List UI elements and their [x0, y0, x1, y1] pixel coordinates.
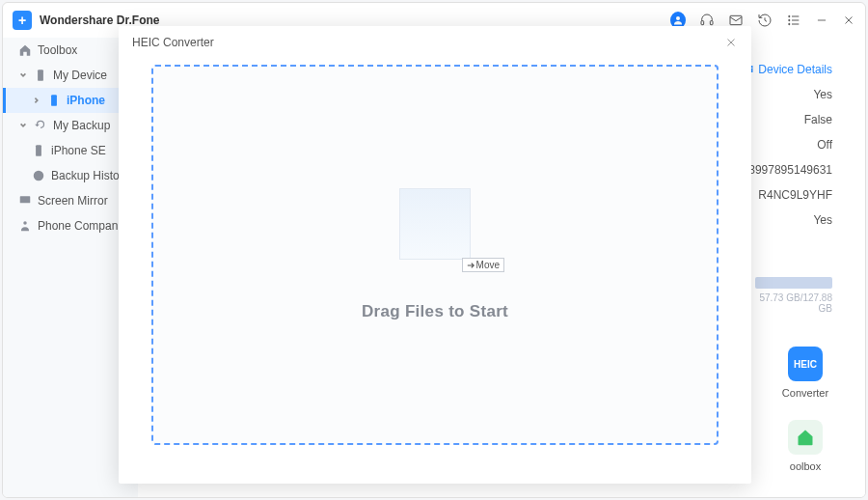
history-icon[interactable]: [757, 13, 773, 28]
backup-icon: [34, 119, 47, 132]
sidebar-item-label: My Backup: [53, 119, 110, 132]
move-cursor-tooltip: Move: [462, 258, 504, 272]
heic-converter-modal: HEIC Converter Move Drag Files to Start: [119, 26, 751, 484]
sidebar-item-my-backup[interactable]: My Backup: [3, 113, 138, 138]
svg-point-0: [676, 16, 680, 20]
device-value: Yes: [748, 88, 832, 101]
svg-point-17: [23, 221, 27, 225]
sidebar-item-label: Toolbox: [38, 43, 77, 57]
home-icon: [18, 43, 32, 57]
device-value: Yes: [748, 213, 832, 227]
shortcut-label: Converter: [767, 387, 844, 399]
monitor-icon: [18, 194, 32, 208]
device-value: False: [748, 113, 832, 126]
device-values: Yes False Off 3997895149631 R4NC9L9YHF Y…: [748, 88, 832, 227]
svg-rect-14: [51, 95, 57, 106]
device-details-label: Device Details: [758, 63, 832, 76]
phone-icon: [32, 144, 45, 157]
app-title: Wondershare Dr.Fone: [40, 14, 159, 27]
device-value: R4NC9L9YHF: [748, 188, 832, 202]
toolbox-shortcut-icon: [788, 420, 823, 455]
sidebar-item-iphone[interactable]: iPhone: [3, 88, 138, 113]
modal-title: HEIC Converter: [132, 36, 214, 49]
svg-rect-15: [36, 145, 41, 156]
sidebar-item-label: iPhone: [67, 94, 105, 107]
chevron-down-icon: [18, 122, 28, 129]
sidebar-item-label: Backup History: [51, 169, 129, 182]
move-label: Move: [476, 260, 500, 270]
device-value: 3997895149631: [748, 163, 832, 177]
sidebar-item-toolbox[interactable]: Toolbox: [3, 38, 138, 63]
svg-rect-16: [20, 196, 31, 203]
sidebar-item-screen-mirror[interactable]: Screen Mirror: [3, 188, 138, 213]
modal-header: HEIC Converter: [119, 26, 751, 59]
companion-icon: [18, 219, 32, 233]
svg-point-4: [789, 15, 790, 16]
shortcut-heic-converter[interactable]: HEIC Converter: [767, 347, 844, 399]
storage-block: 57.73 GB/127.88 GB: [755, 277, 832, 314]
sidebar-item-backup-history[interactable]: Backup History: [3, 163, 138, 188]
storage-text: 57.73 GB/127.88 GB: [755, 292, 832, 314]
dropzone-thumb-icon: Move: [399, 188, 471, 260]
device-details-link[interactable]: Device Details: [743, 63, 832, 76]
heic-badge-icon: HEIC: [788, 347, 823, 381]
phone-icon: [47, 94, 61, 107]
shortcut-label: oolbox: [767, 460, 844, 472]
sidebar-item-iphone-se[interactable]: iPhone SE: [3, 138, 138, 163]
history-icon: [32, 169, 45, 182]
sidebar: Toolbox My Device iPhone My Backup iPhon…: [3, 38, 138, 497]
svg-rect-2: [710, 21, 713, 25]
minimize-button[interactable]: [815, 14, 828, 27]
svg-rect-13: [38, 69, 43, 81]
sidebar-item-label: Screen Mirror: [38, 194, 108, 208]
sidebar-item-label: iPhone SE: [51, 144, 106, 157]
list-icon[interactable]: [786, 13, 801, 28]
shortcut-toolbox[interactable]: oolbox: [767, 420, 844, 472]
svg-rect-3: [730, 15, 742, 24]
svg-point-8: [789, 23, 790, 24]
svg-point-6: [789, 19, 790, 20]
dropzone-text: Drag Files to Start: [362, 302, 508, 321]
modal-close-button[interactable]: [724, 36, 738, 49]
phone-icon: [34, 69, 47, 82]
chevron-down-icon: [18, 71, 28, 79]
device-value: Off: [748, 138, 832, 152]
storage-bar: [755, 277, 832, 289]
chevron-right-icon: [32, 97, 41, 104]
app-logo-icon: +: [13, 11, 32, 30]
file-dropzone[interactable]: Move Drag Files to Start: [151, 65, 719, 445]
sidebar-item-label: My Device: [53, 69, 107, 82]
svg-rect-1: [701, 21, 704, 25]
close-button[interactable]: [842, 14, 855, 27]
app-window: + Wondershare Dr.Fone Toolbox My Device …: [2, 2, 866, 498]
sidebar-item-my-device[interactable]: My Device: [3, 63, 138, 88]
sidebar-item-phone-companion[interactable]: Phone Companion: [3, 213, 138, 238]
